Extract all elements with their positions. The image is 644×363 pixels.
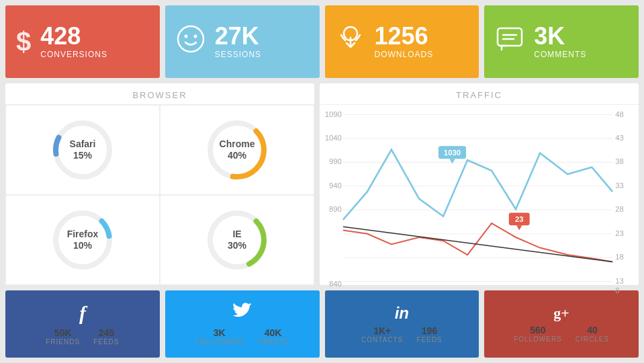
googleplus-circles-label: CIRCLES: [576, 335, 609, 343]
sessions-label: SESSIONS: [215, 50, 261, 59]
sessions-number: 27K: [215, 24, 261, 48]
linkedin-icon: in: [395, 305, 409, 321]
svg-text:1030: 1030: [444, 149, 461, 157]
svg-rect-4: [498, 28, 522, 46]
linkedin-feeds-num: 196: [416, 325, 442, 336]
downloads-number: 1256: [375, 24, 434, 48]
facebook-feeds: 245 FEEDS: [93, 327, 119, 346]
googleplus-followers: 560 FOLLOWERS: [514, 325, 562, 343]
googleplus-followers-label: FOLLOWERS: [514, 335, 562, 343]
facebook-feeds-label: FEEDS: [93, 338, 119, 346]
comment-icon: [495, 24, 524, 60]
browser-item-firefox: Firefox10%: [5, 195, 160, 285]
facebook-friends: 50K FRIENDS: [46, 327, 80, 346]
svg-text:13: 13: [615, 277, 624, 285]
dollar-icon: $: [16, 27, 31, 57]
linkedin-contacts: 1K+ CONTACTS: [361, 325, 403, 344]
twitter-tweets-label: TWEETS: [257, 338, 289, 346]
browser-item-safari: Safari15%: [5, 105, 160, 195]
donut-ie: IE30%: [203, 206, 271, 274]
linkedin-stats: 1K+ CONTACTS 196 FEEDS: [361, 325, 443, 344]
donut-label-firefox: Firefox10%: [67, 229, 99, 251]
svg-text:28: 28: [615, 205, 624, 213]
linkedin-feeds: 196 FEEDS: [416, 325, 442, 344]
googleplus-circles: 40 CIRCLES: [576, 325, 609, 343]
twitter-followers-label: FOLLOWERS: [195, 338, 244, 346]
smiley-icon: [176, 24, 205, 60]
traffic-panel: TRAFFIC 1090 1040 990 940: [320, 83, 639, 285]
twitter-tweets-num: 40K: [257, 327, 289, 338]
social-card-twitter: 3K FOLLOWERS 40K TWEETS: [165, 290, 320, 358]
downloads-label: DOWNLOADS: [375, 50, 434, 59]
svg-text:43: 43: [615, 134, 624, 142]
linkedin-contacts-num: 1K+: [361, 325, 403, 336]
svg-point-1: [184, 34, 187, 38]
facebook-feeds-num: 245: [93, 327, 119, 338]
svg-marker-41: [449, 159, 455, 163]
comments-number: 3K: [534, 24, 586, 48]
linkedin-contacts-label: CONTACTS: [361, 336, 403, 344]
twitter-icon: [232, 302, 252, 323]
stat-card-conversions: $ 428 CONVERSIONS: [5, 5, 160, 78]
svg-text:1040: 1040: [325, 134, 342, 142]
stat-info-downloads: 1256 DOWNLOADS: [375, 24, 434, 59]
twitter-followers: 3K FOLLOWERS: [195, 327, 244, 346]
browser-grid: Safari15% Chrome40%: [5, 105, 314, 285]
facebook-friends-num: 50K: [46, 327, 80, 338]
middle-section: BROWSER Safari15%: [5, 83, 639, 285]
twitter-tweets: 40K TWEETS: [257, 327, 289, 346]
svg-text:940: 940: [329, 182, 342, 190]
comments-label: COMMENTS: [534, 50, 586, 59]
svg-text:8: 8: [615, 286, 619, 294]
twitter-stats: 3K FOLLOWERS 40K TWEETS: [195, 327, 289, 346]
conversions-label: CONVERSIONS: [40, 50, 107, 59]
linkedin-feeds-label: FEEDS: [416, 336, 442, 344]
browser-title: BROWSER: [5, 83, 314, 105]
svg-text:990: 990: [329, 157, 342, 165]
donut-label-ie: IE30%: [228, 229, 246, 251]
svg-text:840: 840: [329, 280, 342, 288]
stat-info-conversions: 428 CONVERSIONS: [40, 24, 107, 59]
donut-safari: Safari15%: [49, 116, 116, 184]
browser-item-ie: IE30%: [160, 195, 314, 285]
googleplus-stats: 560 FOLLOWERS 40 CIRCLES: [514, 325, 609, 343]
donut-chrome: Chrome40%: [203, 116, 271, 184]
svg-text:38: 38: [615, 157, 624, 165]
stat-info-comments: 3K COMMENTS: [534, 24, 586, 59]
stat-card-downloads: 1256 DOWNLOADS: [325, 5, 479, 78]
stat-info-sessions: 27K SESSIONS: [215, 24, 261, 59]
svg-point-0: [178, 26, 203, 52]
svg-text:23: 23: [515, 215, 524, 223]
twitter-followers-num: 3K: [195, 327, 244, 338]
svg-text:890: 890: [329, 205, 342, 213]
social-card-facebook: f 50K FRIENDS 245 FEEDS: [5, 290, 160, 358]
googleplus-icon: g+: [553, 306, 569, 321]
svg-text:18: 18: [615, 253, 624, 261]
googleplus-followers-num: 560: [514, 325, 562, 335]
facebook-friends-label: FRIENDS: [46, 338, 80, 346]
stat-card-comments: 3K COMMENTS: [484, 5, 639, 78]
dashboard: $ 428 CONVERSIONS 27K SESSIONS: [0, 0, 644, 363]
svg-text:33: 33: [615, 182, 624, 190]
svg-point-2: [193, 34, 197, 38]
donut-firefox: Firefox10%: [49, 206, 116, 274]
facebook-icon: f: [79, 303, 86, 323]
donut-label-safari: Safari15%: [70, 138, 96, 161]
svg-marker-44: [516, 225, 522, 230]
download-icon: [336, 24, 365, 60]
svg-text:48: 48: [615, 110, 624, 118]
stat-card-sessions: 27K SESSIONS: [165, 5, 320, 78]
googleplus-circles-num: 40: [576, 325, 609, 335]
donut-label-chrome: Chrome40%: [220, 138, 255, 161]
svg-line-38: [343, 227, 612, 261]
traffic-chart: 1090 1040 990 940 890 840 48 43 38 33 28…: [320, 105, 639, 307]
traffic-title: TRAFFIC: [320, 83, 639, 105]
browser-panel: BROWSER Safari15%: [5, 83, 314, 285]
svg-text:1090: 1090: [325, 110, 342, 118]
facebook-stats: 50K FRIENDS 245 FEEDS: [46, 327, 119, 346]
stat-cards: $ 428 CONVERSIONS 27K SESSIONS: [5, 5, 639, 78]
browser-item-chrome: Chrome40%: [160, 105, 314, 195]
conversions-number: 428: [40, 24, 107, 48]
svg-text:23: 23: [615, 229, 624, 237]
